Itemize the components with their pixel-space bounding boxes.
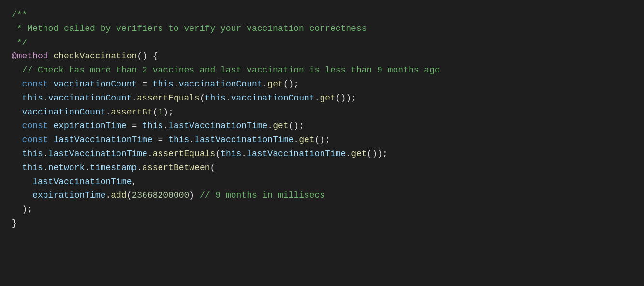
code-token: get (320, 93, 335, 103)
code-token: . (105, 107, 111, 117)
code-token: . (163, 121, 168, 130)
code-line: ); (12, 202, 632, 216)
code-token: . (189, 135, 194, 144)
code-token: lastVaccinationTime (168, 121, 267, 130)
code-token: lastVaccinationTime (194, 135, 293, 144)
code-token: add (111, 190, 126, 200)
code-token: . (43, 163, 48, 172)
code-token: . (132, 93, 137, 103)
code-token: vaccinationCount (231, 93, 315, 103)
code-token: . (315, 93, 320, 103)
code-token: ); (12, 204, 32, 214)
code-token: lastVaccinationTime (48, 149, 147, 158)
code-line: this.lastVaccinationTime.assertEquals(th… (12, 147, 632, 161)
code-token: ()); (336, 93, 356, 103)
code-token: () { (137, 51, 158, 61)
code-token: . (137, 163, 142, 172)
code-token (12, 163, 22, 172)
code-token (12, 93, 22, 103)
code-token: . (267, 121, 273, 130)
code-token (12, 190, 32, 200)
code-token: = (153, 135, 168, 144)
code-token: vaccinationCount (53, 79, 137, 89)
code-token: . (293, 135, 299, 144)
code-token: checkVaccination (53, 51, 137, 61)
code-token: . (85, 163, 90, 172)
code-line: * Method called by verifiers to verify y… (12, 22, 632, 36)
code-line: const vaccinationCount = this.vaccinatio… (12, 77, 632, 91)
code-token: network (48, 163, 85, 172)
code-token: . (346, 149, 351, 158)
code-token: this (22, 163, 43, 172)
code-token: . (226, 93, 231, 103)
code-token: timestamp (90, 163, 137, 172)
code-token: . (174, 79, 179, 89)
code-token: assertEquals (153, 149, 216, 158)
code-token: this (22, 149, 43, 158)
code-token: expirationTime (53, 121, 126, 130)
code-token: ); (163, 107, 174, 117)
code-token: vaccinationCount (22, 107, 106, 117)
code-token: const (22, 135, 48, 144)
code-token: = (127, 121, 142, 130)
code-token: this (153, 79, 174, 89)
code-token: . (43, 93, 48, 103)
code-token: ( (215, 149, 220, 158)
code-token (48, 135, 54, 144)
code-token: 23668200000 (132, 190, 189, 200)
code-token: assertEquals (137, 93, 200, 103)
code-token (12, 79, 22, 89)
code-line: */ (12, 36, 632, 50)
code-token: (); (283, 79, 299, 89)
code-line: lastVaccinationTime, (12, 175, 632, 189)
code-line: /** (12, 8, 632, 22)
code-line: this.network.timestamp.assertBetween( (12, 161, 632, 175)
code-token: this (22, 93, 43, 103)
code-token: @method (12, 51, 48, 61)
code-token: const (22, 121, 48, 130)
code-token: = (137, 79, 152, 89)
code-line: this.vaccinationCount.assertEquals(this.… (12, 91, 632, 105)
code-token: expirationTime (32, 190, 105, 200)
code-token: this (142, 121, 163, 130)
code-token: . (263, 79, 268, 89)
code-token (48, 51, 54, 61)
code-token: ( (210, 163, 216, 172)
code-line: expirationTime.add(23668200000) // 9 mon… (12, 188, 632, 202)
code-token: assertBetween (142, 163, 210, 172)
code-token: (); (289, 121, 304, 130)
code-token: this (220, 149, 241, 158)
code-line: const lastVaccinationTime = this.lastVac… (12, 133, 632, 147)
code-token: lastVaccinationTime (53, 135, 152, 144)
code-token: get (273, 121, 288, 130)
code-token: ( (153, 107, 158, 117)
code-token: 1 (158, 107, 163, 117)
code-token (12, 177, 32, 186)
code-editor: /** * Method called by verifiers to veri… (0, 0, 644, 286)
code-line: } (12, 216, 632, 230)
code-token: */ (12, 38, 27, 47)
code-token: get (351, 149, 366, 158)
code-token: . (105, 190, 111, 200)
code-token: ( (200, 93, 205, 103)
code-token: ) (189, 190, 200, 200)
code-token: ( (127, 190, 132, 200)
code-token (48, 79, 54, 89)
code-token: * Method called by verifiers to verify y… (12, 24, 367, 33)
code-token: // 9 months in millisecs (200, 190, 325, 200)
code-token (12, 107, 22, 117)
code-token: lastVaccinationTime (247, 149, 346, 158)
code-token: vaccinationCount (48, 93, 132, 103)
code-token: /** (12, 10, 27, 19)
code-token: , (132, 177, 137, 186)
code-line: vaccinationCount.assertGt(1); (12, 105, 632, 119)
code-token (48, 121, 54, 130)
code-line: @method checkVaccination() { (12, 49, 632, 63)
code-token: ()); (367, 149, 388, 158)
code-token: vaccinationCount (179, 79, 263, 89)
code-token: get (299, 135, 314, 144)
code-token: . (43, 149, 48, 158)
code-token: } (12, 218, 17, 228)
code-token: (); (315, 135, 330, 144)
code-token: assertGt (111, 107, 152, 117)
